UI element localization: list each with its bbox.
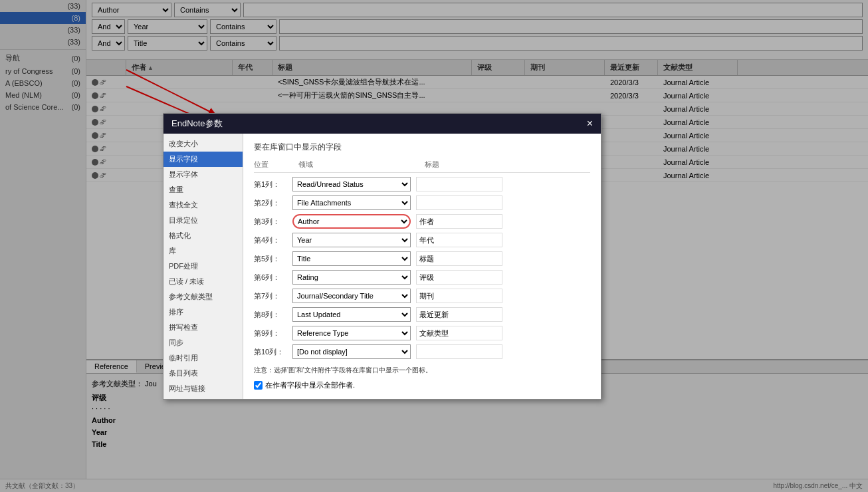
pos-1: 第1列： <box>254 180 287 189</box>
field-title-2 <box>416 195 502 210</box>
field-title-10 <box>416 344 502 359</box>
field-select-3[interactable]: Author Read/Unread Status File Attachmen… <box>292 214 411 229</box>
field-row-3: 第3列： Author Read/Unread Status File Atta… <box>254 214 590 229</box>
pos-3: 第3列： <box>254 217 287 227</box>
menu-find-fulltext[interactable]: 查找全文 <box>163 197 243 213</box>
field-title-1 <box>416 177 502 191</box>
field-row-8: 第8列： Last Updated AuthorYearTitle 最近更新 <box>254 307 590 322</box>
menu-display-fields[interactable]: 显示字段 <box>163 152 243 167</box>
field-title-4: 年代 <box>416 233 502 247</box>
menu-toc[interactable]: 目录定位 <box>163 213 243 228</box>
col-header-field: 领域 <box>298 160 419 170</box>
field-title-8: 最近更新 <box>416 307 502 322</box>
menu-dedup[interactable]: 查重 <box>163 182 243 197</box>
field-title-3: 作者 <box>416 214 502 229</box>
field-select-7[interactable]: Journal/Secondary Title AuthorYearTitle <box>292 289 411 303</box>
menu-library[interactable]: 库 <box>163 243 243 259</box>
field-row-4: 第4列： Year AuthorTitle 年代 <box>254 233 590 247</box>
field-row-2: 第2列： File Attachments Read/Unread Status… <box>254 195 590 210</box>
menu-resize[interactable]: 改变大小 <box>163 136 243 152</box>
field-select-4[interactable]: Year AuthorTitle <box>292 233 411 247</box>
dialog-body: 改变大小 显示字段 显示字体 查重 查找全文 目录定位 格式化 库 PDF处理 … <box>163 134 601 399</box>
menu-read-unread[interactable]: 已读 / 未读 <box>163 274 243 289</box>
pos-9: 第9列： <box>254 328 287 338</box>
col-header-pos: 位置 <box>254 160 290 170</box>
menu-format[interactable]: 格式化 <box>163 228 243 243</box>
field-row-10: 第10列： [Do not display] AuthorYearTitle <box>254 344 590 359</box>
menu-sort[interactable]: 排序 <box>163 305 243 320</box>
field-row-1: 第1列： Read/Unread Status AuthorYearTitle … <box>254 177 590 191</box>
field-row-9: 第9列： Reference Type AuthorYearTitle 文献类型 <box>254 326 590 340</box>
field-title-7: 期刊 <box>416 289 502 303</box>
dialog-close-button[interactable]: × <box>587 118 593 130</box>
menu-ref-type[interactable]: 参考文献类型 <box>163 289 243 305</box>
show-all-authors-label: 在作者字段中显示全部作者. <box>265 380 355 390</box>
field-row-5: 第5列： Title AuthorYear 标题 <box>254 251 590 266</box>
menu-display-font[interactable]: 显示字体 <box>163 167 243 182</box>
field-select-6[interactable]: Rating AuthorYearTitle <box>292 270 411 285</box>
menu-spellcheck[interactable]: 拼写检查 <box>163 320 243 335</box>
field-select-2[interactable]: File Attachments Read/Unread Status Auth… <box>292 195 411 210</box>
col-header-title-h: 标题 <box>425 160 511 170</box>
menu-url-link[interactable]: 网址与链接 <box>163 381 243 396</box>
field-select-9[interactable]: Reference Type AuthorYearTitle <box>292 326 411 340</box>
dialog-note: 注意：选择'图'和'文件附件'字段将在库窗口中显示一个图标。 <box>254 366 590 375</box>
main-area: (33) (8) (33) (33) 导航 (0) ry of Congress… <box>0 0 868 492</box>
pos-10: 第10列： <box>254 347 287 357</box>
pos-6: 第6列： <box>254 273 287 283</box>
field-select-8[interactable]: Last Updated AuthorYearTitle <box>292 307 411 322</box>
menu-term-list[interactable]: 条目列表 <box>163 366 243 381</box>
menu-sync[interactable]: 同步 <box>163 335 243 350</box>
field-row-6: 第6列： Rating AuthorYearTitle 评级 <box>254 270 590 285</box>
dialog-endnote-params: EndNote参数 × 改变大小 显示字段 显示字体 查重 查找全文 目录定位 … <box>163 113 601 400</box>
dialog-title-bar: EndNote参数 × <box>163 114 601 134</box>
field-title-5: 标题 <box>416 251 502 266</box>
field-title-9: 文献类型 <box>416 326 502 340</box>
field-select-5[interactable]: Title AuthorYear <box>292 251 411 266</box>
show-all-authors-checkbox[interactable] <box>254 381 263 390</box>
menu-temp-cite[interactable]: 临时引用 <box>163 350 243 366</box>
field-select-10[interactable]: [Do not display] AuthorYearTitle <box>292 344 411 359</box>
pos-7: 第7列： <box>254 291 287 301</box>
pos-4: 第4列： <box>254 235 287 245</box>
field-select-1[interactable]: Read/Unread Status AuthorYearTitle File … <box>292 177 411 191</box>
dialog-content: 要在库窗口中显示的字段 位置 领域 标题 第1列： Read/Unread St… <box>243 134 601 399</box>
pos-8: 第8列： <box>254 310 287 320</box>
dialog-title-text: EndNote参数 <box>171 118 223 130</box>
dialog-section-title: 要在库窗口中显示的字段 <box>254 142 590 153</box>
menu-pdf[interactable]: PDF处理 <box>163 259 243 274</box>
pos-5: 第5列： <box>254 254 287 264</box>
field-row-7: 第7列： Journal/Secondary Title AuthorYearT… <box>254 289 590 303</box>
pos-2: 第2列： <box>254 198 287 208</box>
dialog-menu: 改变大小 显示字段 显示字体 查重 查找全文 目录定位 格式化 库 PDF处理 … <box>163 134 243 399</box>
dialog-checkbox-row: 在作者字段中显示全部作者. <box>254 380 590 390</box>
field-title-6: 评级 <box>416 270 502 285</box>
